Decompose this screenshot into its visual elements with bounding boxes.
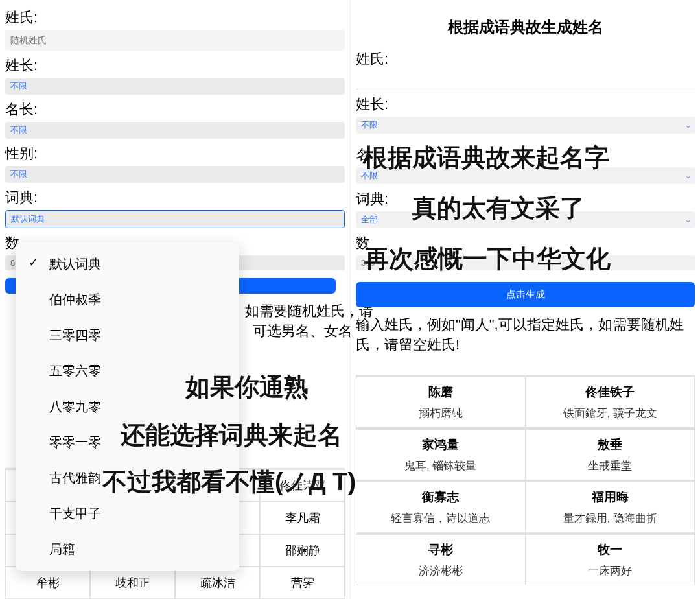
label-surname-r: 姓氏: xyxy=(356,49,695,69)
result-item[interactable]: 牧一一床两好 xyxy=(526,534,695,585)
dropdown-item-1[interactable]: 伯仲叔季 xyxy=(16,282,239,318)
list-item[interactable]: 牟彬 xyxy=(5,567,90,599)
left-panel: 姓氏: 姓长: 不限 名长: 不限 性别: 不限 词典: 默认词典 数 如需要随… xyxy=(0,0,350,599)
result-item[interactable]: 衡寡志轻言寡信，诗以道志 xyxy=(356,482,526,533)
surname-len-select[interactable]: 不限 xyxy=(5,78,345,95)
gender-select[interactable]: 不限 xyxy=(5,166,345,183)
list-item[interactable]: 李凡霜 xyxy=(260,502,345,534)
list-item[interactable]: 营霁 xyxy=(260,567,345,599)
label-surname-len: 姓长: xyxy=(5,56,345,75)
label-name-len: 名长: xyxy=(5,100,345,119)
dropdown-item-8[interactable]: 局籍 xyxy=(16,532,239,567)
overlay-text: 如果你通熟 xyxy=(185,371,309,404)
surname-input[interactable] xyxy=(5,30,345,51)
result-item[interactable]: 陈磨搦朽磨钝 xyxy=(356,377,526,428)
chevron-icon: ⌄ xyxy=(685,172,691,180)
label-dict: 词典: xyxy=(5,188,345,207)
dropdown-item-0[interactable]: ✓默认词典 xyxy=(16,246,239,282)
check-icon: ✓ xyxy=(29,255,38,270)
label-gender: 性别: xyxy=(5,144,345,163)
overlay-text: 真的太有文采了 xyxy=(412,192,585,225)
dict-dropdown: ✓默认词典 伯仲叔季 三零四零 五零六零 八零九零 零零一零 古代雅韵 干支甲子… xyxy=(16,242,239,571)
hint-right: 输入姓氏，例如"闻人",可以指定姓氏，如需要随机姓氏，请留空姓氏! xyxy=(356,315,695,355)
result-item[interactable]: 佟佳铁子铁面鎗牙, 骥子龙文 xyxy=(526,377,695,428)
surname-len-select-r[interactable]: 不限⌄ xyxy=(356,117,695,134)
generate-button[interactable]: 点击生成 xyxy=(356,282,695,307)
result-grid: 陈磨搦朽磨钝 佟佳铁子铁面鎗牙, 骥子龙文 家鸿量鬼耳, 锱铢较量 敖垂坐戒垂堂… xyxy=(356,375,695,585)
hint-left: 如需要随机姓氏，请 可选男名、女名 xyxy=(245,301,345,342)
dict-select[interactable]: 默认词典 xyxy=(5,210,345,228)
surname-input-r[interactable] xyxy=(356,71,695,89)
dropdown-item-2[interactable]: 三零四零 xyxy=(16,318,239,353)
overlay-text: 根据成语典故来起名字 xyxy=(363,141,609,174)
result-item[interactable]: 福用晦量才録用, 隐晦曲折 xyxy=(526,482,695,533)
result-item[interactable]: 家鸿量鬼耳, 锱铢较量 xyxy=(356,429,526,480)
overlay-text: 还能选择词典来起名 xyxy=(121,419,342,452)
list-item[interactable]: 歧和正 xyxy=(90,567,175,599)
list-item[interactable]: 邵娴静 xyxy=(260,534,345,567)
result-item[interactable]: 敖垂坐戒垂堂 xyxy=(526,429,695,480)
chevron-icon: ⌄ xyxy=(685,216,691,224)
label-surname: 姓氏: xyxy=(5,8,345,27)
chevron-icon: ⌄ xyxy=(685,121,691,130)
overlay-text: 不过我都看不懂(ノД T) xyxy=(102,465,356,499)
name-len-select[interactable]: 不限 xyxy=(5,122,345,139)
dropdown-item-7[interactable]: 干支甲子 xyxy=(16,496,239,532)
right-panel: 根据成语典故生成姓名 姓氏: 姓长: 不限⌄ 名 不限⌄ 词典: 全部⌄ 数 点… xyxy=(350,0,700,599)
overlay-text: 再次感慨一下中华文化 xyxy=(364,242,611,276)
list-item[interactable]: 疏冰洁 xyxy=(175,567,260,599)
label-surname-len-r: 姓长: xyxy=(356,95,695,114)
page-title: 根据成语典故生成姓名 xyxy=(356,17,695,38)
result-item[interactable]: 寻彬济济彬彬 xyxy=(356,534,526,585)
